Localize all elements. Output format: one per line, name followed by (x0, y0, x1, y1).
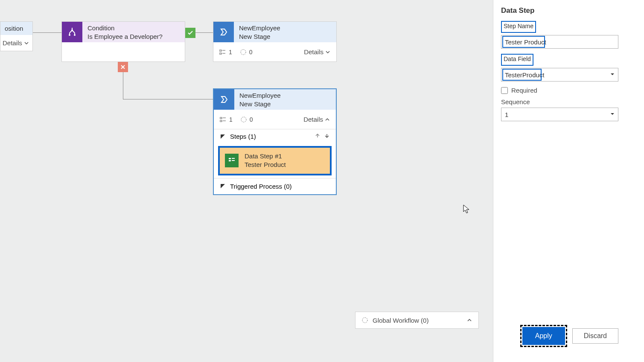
stage-title-partial: osition (0, 22, 32, 35)
svg-rect-3 (219, 50, 221, 51)
stage-subtitle: New Stage (239, 32, 331, 41)
process-count: 0 (240, 49, 253, 55)
svg-rect-10 (229, 160, 231, 161)
chevron-up-icon (325, 117, 330, 122)
sequence-label: Sequence (501, 98, 618, 105)
highlight-box: Data Field (501, 54, 533, 66)
chevron-down-icon (24, 41, 29, 46)
condition-header: Condition Is Employee a Developer? (62, 22, 185, 42)
stage-chevron-icon (214, 89, 234, 110)
svg-point-1 (69, 34, 70, 36)
details-label: Details (3, 39, 22, 47)
details-toggle[interactable]: Details (0, 35, 32, 51)
stage-info-row: 1 0 Details (213, 42, 336, 61)
triangle-expand-icon (220, 134, 226, 140)
details-toggle[interactable]: Details (304, 48, 330, 55)
step-count: 1 (220, 116, 233, 123)
false-branch-icon (118, 62, 128, 72)
stage-title: NewEmployee (239, 91, 331, 100)
svg-rect-12 (232, 160, 235, 161)
condition-icon (62, 22, 82, 42)
svg-rect-9 (229, 158, 231, 159)
svg-rect-4 (219, 53, 221, 54)
connector-line (123, 99, 213, 99)
stage-chevron-icon (213, 22, 234, 42)
svg-rect-11 (232, 158, 235, 159)
svg-rect-6 (220, 117, 222, 119)
svg-point-0 (71, 29, 73, 31)
svg-rect-7 (220, 120, 222, 122)
stage-text-block: NewEmployee New Stage (234, 22, 336, 42)
svg-point-5 (241, 50, 246, 55)
steps-icon (219, 49, 226, 55)
triggered-header-label: Triggered Process (0) (230, 183, 292, 190)
stage-text-block: NewEmployee New Stage (234, 89, 336, 110)
highlight-box: Apply (520, 325, 567, 347)
step-name-input[interactable] (501, 35, 618, 49)
stage-node-selected[interactable]: NewEmployee New Stage 1 0 Details (213, 88, 337, 195)
panel-title: Data Step (501, 6, 618, 15)
process-count: 0 (240, 116, 253, 123)
discard-button[interactable]: Discard (572, 328, 618, 344)
stage-header: NewEmployee New Stage (214, 89, 336, 110)
condition-subtitle: Is Employee a Developer? (87, 32, 180, 41)
data-step-item-selected[interactable]: Data Step #1 Tester Product (218, 146, 332, 175)
details-label: Details (303, 116, 323, 123)
sequence-select[interactable]: 1 (501, 108, 618, 121)
data-step-icon (225, 154, 239, 167)
step-name-label: Step Name (504, 23, 533, 29)
step-title: Data Step #1 (245, 152, 286, 161)
highlight-box: Step Name (501, 21, 536, 33)
details-toggle[interactable]: Details (303, 116, 330, 123)
steps-icon (220, 117, 227, 123)
steps-header-label: Steps (1) (230, 133, 256, 140)
required-checkbox[interactable] (501, 87, 508, 94)
steps-section-header[interactable]: Steps (1) (214, 129, 336, 143)
workflow-canvas[interactable]: osition Details Condition Is Employee a … (0, 0, 493, 362)
apply-button[interactable]: Apply (524, 328, 564, 344)
properties-panel: Data Step Step Name Data Field TesterPro… (493, 0, 644, 362)
process-count-value: 0 (250, 116, 253, 123)
svg-point-13 (362, 318, 367, 323)
condition-node[interactable]: Condition Is Employee a Developer? (61, 21, 185, 62)
panel-footer: Apply Discard (520, 325, 618, 347)
chevron-down-icon (325, 50, 330, 55)
step-text-block: Data Step #1 Tester Product (245, 152, 286, 169)
true-branch-icon (185, 28, 195, 38)
process-count-value: 0 (249, 49, 253, 55)
connector-line (123, 72, 123, 99)
global-workflow-bar[interactable]: Global Workflow (0) (355, 312, 479, 329)
data-field-label: Data Field (504, 55, 531, 62)
move-down-icon[interactable] (324, 133, 330, 139)
step-count-value: 1 (229, 116, 233, 123)
connector-line (33, 32, 61, 33)
stage-info-row: 1 0 Details (214, 110, 336, 129)
stage-node-partial[interactable]: osition Details (0, 21, 33, 51)
svg-point-8 (241, 117, 246, 122)
condition-text-block: Condition Is Employee a Developer? (82, 22, 185, 42)
svg-point-2 (74, 34, 76, 36)
chevron-up-icon[interactable] (466, 317, 472, 323)
move-up-icon[interactable] (315, 133, 321, 139)
required-label: Required (511, 87, 537, 94)
condition-title: Condition (87, 24, 180, 32)
step-subtitle: Tester Product (245, 161, 286, 169)
triggered-section-header[interactable]: Triggered Process (0) (214, 178, 336, 194)
details-label: Details (304, 48, 323, 55)
stage-header: NewEmployee New Stage (213, 22, 336, 42)
global-workflow-label: Global Workflow (0) (373, 317, 428, 324)
step-count-value: 1 (229, 49, 232, 55)
data-field-select[interactable]: TesterProduct (501, 68, 618, 82)
stage-node-top[interactable]: NewEmployee New Stage 1 0 Details (213, 21, 337, 62)
connector-line (195, 32, 213, 33)
process-dashed-icon (361, 317, 368, 324)
stage-title: NewEmployee (239, 24, 331, 32)
process-dashed-icon (240, 116, 247, 123)
triangle-expand-icon (220, 183, 226, 189)
step-count: 1 (219, 49, 232, 55)
process-dashed-icon (240, 49, 247, 55)
stage-subtitle: New Stage (239, 100, 331, 108)
cursor-icon (463, 204, 471, 214)
